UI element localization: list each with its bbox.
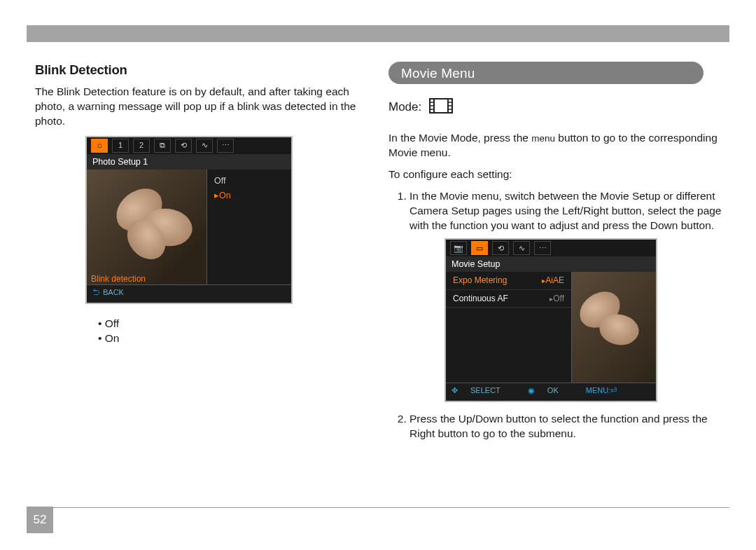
lcd-option-pane: Off On <box>206 170 291 287</box>
left-column: Blink Detection The Blink Detection feat… <box>35 62 378 346</box>
footer-rule <box>27 507 729 508</box>
lcd-tab-6: ∿ <box>196 139 213 153</box>
option-on: On <box>98 331 378 346</box>
movie-row-expo-value: AiAE <box>542 275 564 286</box>
right-column: Movie Menu Mode: In the Movie Mode, pres <box>388 62 734 447</box>
option-off: Off <box>98 317 378 331</box>
movie-tab-4: ∿ <box>513 241 530 255</box>
step-2: Press the Up/Down button to select the f… <box>410 412 734 441</box>
movie-row-caf-value: Off <box>550 293 564 304</box>
foot-menu: MENU:⏎ <box>586 386 617 394</box>
movie-lcd-footer: ✥SELECT ◉OK MENU:⏎ <box>446 383 656 401</box>
movie-row-caf: Continuous AF Off <box>446 290 571 308</box>
photo-setup-lcd: ⌂ 1 2 ⧉ ⟲ ∿ ⋯ Photo Setup 1 Blink detect… <box>85 136 293 304</box>
page-number: 52 <box>27 507 53 533</box>
movie-mode-icon <box>429 98 453 118</box>
lcd-tab-1: ⌂ <box>91 139 108 153</box>
lcd-tab-3: 2 <box>133 139 150 153</box>
movie-row-expo: Expo Metering AiAE <box>446 272 571 289</box>
lcd-option-off: Off <box>214 174 284 188</box>
menu-button-word: menu <box>531 133 555 144</box>
movie-tab-3: ⟲ <box>492 241 509 255</box>
foot-ok: OK <box>547 386 559 394</box>
select-key-icon: ✥ <box>451 386 458 394</box>
movie-intro-paragraph: In the Movie Mode, press the menu button… <box>388 131 734 160</box>
movie-tab-1: 📷 <box>450 241 467 255</box>
movie-tab-5: ⋯ <box>534 241 551 255</box>
lcd-option-on: On <box>214 188 284 203</box>
mode-row: Mode: <box>388 98 734 118</box>
blink-detection-paragraph: The Blink Detection feature is on by def… <box>35 85 378 129</box>
configure-intro: To configure each setting: <box>388 167 734 182</box>
lcd-tab-7: ⋯ <box>217 139 234 153</box>
ok-key-icon: ◉ <box>528 386 535 394</box>
configure-steps: In the Movie menu, switch between the Mo… <box>388 189 734 233</box>
movie-row-expo-label: Expo Metering <box>453 275 507 286</box>
lcd-tab-4: ⧉ <box>154 139 171 153</box>
movie-lcd-rows: Expo Metering AiAE Continuous AF Off <box>446 272 571 385</box>
movie-setup-lcd: 📷 ▭ ⟲ ∿ ⋯ Movie Setup Expo Metering AiAE… <box>444 238 657 402</box>
top-separator-band <box>27 25 729 42</box>
lcd-tab-5: ⟲ <box>175 139 192 153</box>
step-1: In the Movie menu, switch between the Mo… <box>410 189 734 233</box>
movie-intro-a: In the Movie Mode, press the <box>388 132 531 144</box>
movie-lcd-tabbar: 📷 ▭ ⟲ ∿ ⋯ <box>446 240 656 256</box>
lcd-current-item: Blink detection <box>91 273 146 284</box>
movie-lcd-preview <box>571 272 656 385</box>
movie-tab-2: ▭ <box>471 241 488 255</box>
lcd-tab-2: 1 <box>112 139 129 153</box>
movie-menu-heading: Movie Menu <box>388 62 704 84</box>
lcd-tabbar: ⌂ 1 2 ⧉ ⟲ ∿ ⋯ <box>87 137 291 154</box>
lcd-preview: Blink detection <box>87 170 206 287</box>
foot-select: SELECT <box>470 386 500 394</box>
blink-options-list: Off On <box>98 317 378 346</box>
movie-row-caf-label: Continuous AF <box>453 293 508 304</box>
mode-label: Mode: <box>388 100 421 114</box>
configure-steps-2: Press the Up/Down button to select the f… <box>388 412 734 441</box>
blink-detection-heading: Blink Detection <box>35 62 378 79</box>
lcd-footer: ⮌BACK <box>87 284 291 303</box>
back-key-icon: ⮌ <box>92 288 100 296</box>
lcd-footer-back: BACK <box>103 288 124 296</box>
